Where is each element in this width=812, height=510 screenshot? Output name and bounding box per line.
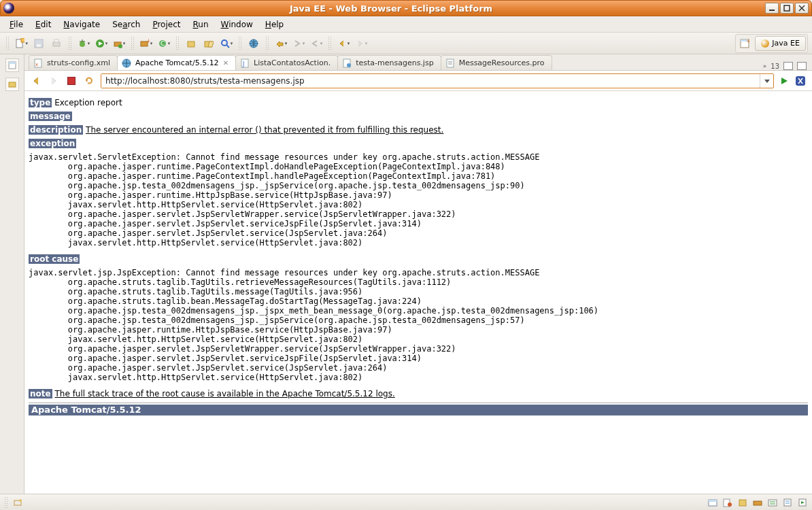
status-view-6[interactable] (782, 497, 793, 508)
svg-rect-7 (37, 44, 41, 47)
root-cause-stacktrace: javax.servlet.jsp.JspException: Cannot f… (29, 268, 808, 382)
status-item[interactable] (12, 497, 23, 508)
status-view-1[interactable] (707, 497, 718, 508)
svg-rect-40 (447, 59, 454, 67)
browser-stop-button[interactable] (65, 75, 78, 87)
restore-view-button[interactable] (5, 58, 19, 72)
svg-point-24 (222, 40, 227, 46)
browser-favorites-button[interactable] (794, 75, 807, 87)
java-file-icon: J (240, 58, 250, 68)
browser-refresh-button[interactable] (83, 75, 95, 87)
tab-label: testa-mensagens.jsp (356, 58, 433, 67)
tab-message-resources[interactable]: MessageResources.pro (441, 55, 552, 70)
status-view-5[interactable] (767, 497, 778, 508)
close-button[interactable] (795, 3, 809, 14)
minimize-editor-button[interactable] (783, 62, 793, 70)
tab-overflow-count: 13 (771, 63, 779, 70)
minimized-view-button[interactable] (5, 78, 19, 91)
label-type: type (29, 98, 52, 107)
open-type-button[interactable] (184, 36, 199, 51)
svg-line-25 (226, 45, 229, 48)
open-resource-button[interactable] (201, 36, 216, 51)
tab-struts-config[interactable]: x struts-config.xml (29, 55, 118, 70)
svg-rect-58 (784, 499, 791, 506)
run-button[interactable]: ▾ (94, 36, 109, 51)
tomcat-footer: Apache Tomcat/5.5.12 (29, 405, 808, 415)
svg-point-10 (80, 41, 85, 47)
tab-apache-tomcat[interactable]: Apache Tomcat/5.5.12 ✕ (117, 55, 236, 70)
menu-window[interactable]: Window (216, 18, 258, 31)
new-server-button[interactable]: +▾ (139, 36, 154, 51)
open-perspective-button[interactable]: + (737, 36, 752, 51)
maximize-editor-button[interactable] (797, 62, 807, 70)
svg-point-52 (728, 503, 732, 507)
tab-overflow-button[interactable]: » (763, 63, 767, 69)
svg-rect-54 (754, 501, 762, 505)
status-view-7[interactable] (797, 497, 808, 508)
browser-forward-button[interactable] (48, 75, 60, 87)
url-input[interactable] (101, 74, 760, 88)
tab-testa-mensagens[interactable]: testa-mensagens.jsp (337, 55, 441, 70)
perspective-javaee[interactable]: Java EE (755, 36, 806, 51)
browser-go-button[interactable] (779, 76, 789, 86)
debug-button[interactable]: ▾ (76, 36, 91, 51)
jsp-file-icon (342, 58, 352, 68)
globe-icon (122, 58, 131, 68)
menu-help[interactable]: Help (260, 18, 289, 31)
editor-area: x struts-config.xml Apache Tomcat/5.5.12… (24, 54, 812, 494)
svg-marker-23 (208, 41, 214, 47)
search-button[interactable]: ▾ (219, 36, 234, 51)
svg-rect-55 (768, 500, 777, 506)
minimize-button[interactable] (765, 3, 779, 14)
browser-back-button[interactable] (30, 75, 42, 87)
menu-project[interactable]: Project (147, 18, 186, 31)
label-message: message (29, 112, 72, 121)
type-value: Exception report (54, 98, 122, 107)
label-exception: exception (29, 139, 76, 148)
maximize-button[interactable] (780, 3, 794, 14)
new-class-button[interactable]: C▾ (156, 36, 171, 51)
svg-rect-31 (9, 62, 16, 64)
status-view-2[interactable] (722, 497, 733, 508)
tab-lista-contatos[interactable]: J ListaContatosAction. (235, 55, 338, 70)
status-view-3[interactable] (737, 497, 748, 508)
back-history-button[interactable]: ▾ (336, 36, 351, 51)
new-button[interactable]: ▾ (14, 36, 29, 51)
svg-point-48 (19, 499, 22, 502)
web-browser-button[interactable] (246, 36, 261, 51)
status-view-4[interactable] (752, 497, 763, 508)
close-icon[interactable]: ✕ (223, 59, 229, 67)
menu-search[interactable]: Search (107, 18, 146, 31)
menu-file[interactable]: File (4, 18, 29, 31)
svg-marker-44 (764, 80, 770, 83)
save-button[interactable] (31, 36, 46, 51)
statusbar-grip (4, 496, 8, 509)
stop-icon (67, 77, 75, 85)
svg-rect-1 (784, 5, 790, 11)
menu-edit[interactable]: Edit (30, 18, 56, 31)
run-on-server-button[interactable]: ▾ (112, 36, 126, 51)
svg-text:+: + (146, 39, 150, 44)
label-root-cause: root cause (29, 254, 80, 264)
eclipse-icon (3, 3, 14, 14)
menu-label: File (10, 20, 23, 29)
url-dropdown-button[interactable] (760, 74, 773, 88)
svg-rect-5 (21, 38, 24, 42)
browser-viewport[interactable]: type Exception report message descriptio… (24, 91, 812, 494)
main-area: x struts-config.xml Apache Tomcat/5.5.12… (0, 54, 812, 494)
menu-navigate[interactable]: Navigate (58, 18, 105, 31)
tab-label: Apache Tomcat/5.5.12 (135, 58, 219, 67)
last-edit-button[interactable]: ▾ (273, 36, 288, 51)
forward-history-button[interactable]: ▾ (354, 36, 369, 51)
main-toolbar: ▾ ▾ ▾ ▾ +▾ C▾ ▾ ▾ ▾ ▾ (0, 33, 812, 54)
left-trim (0, 54, 24, 494)
menu-run[interactable]: Run (187, 18, 214, 31)
svg-rect-9 (54, 39, 58, 42)
svg-point-16 (118, 44, 122, 48)
prev-annotation-button[interactable]: ▾ (309, 36, 324, 51)
xml-file-icon: x (33, 58, 43, 68)
next-annotation-button[interactable]: ▾ (291, 36, 306, 51)
tab-label: struts-config.xml (47, 58, 110, 67)
print-button[interactable] (49, 36, 64, 51)
svg-text:+: + (746, 39, 749, 44)
